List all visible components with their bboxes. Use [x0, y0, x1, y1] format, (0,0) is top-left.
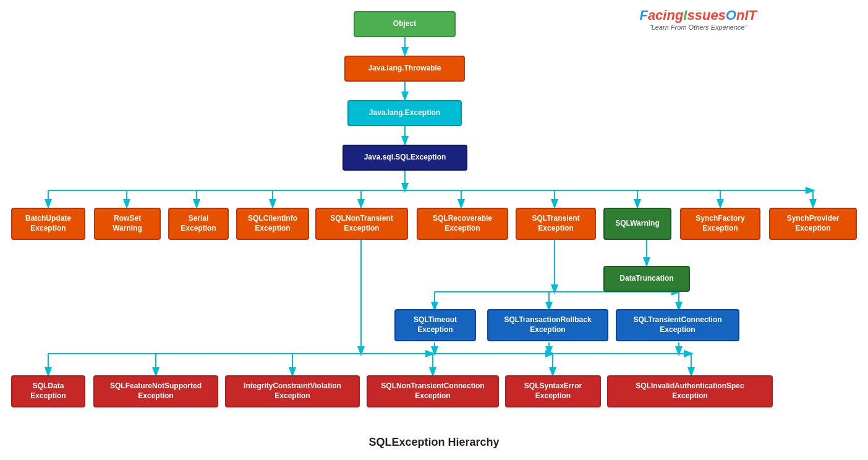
node-integrityconstraint: IntegrityConstraintViolationException [225, 375, 360, 407]
logo: FacingIssuesOnIT "Learn From Others Expe… [639, 7, 757, 31]
node-synchprovider: SynchProviderException [769, 208, 857, 240]
node-sqlnontransientconnection: SQLNonTransientConnectionException [367, 375, 499, 407]
node-sqlexception: Java.sql.SQLException [343, 145, 467, 171]
node-sqltransientconnection: SQLTransientConnectionException [616, 309, 739, 341]
logo-subtitle: "Learn From Others Experience" [639, 23, 757, 31]
node-sqlfeaturenotsupported: SQLFeatureNotSupportedException [93, 375, 218, 407]
node-sqlwarning: SQLWarning [603, 208, 671, 240]
node-sqlnontransient: SQLNonTransientException [315, 208, 408, 240]
node-batchupdate: BatchUpdateException [11, 208, 85, 240]
node-serial: SerialException [168, 208, 229, 240]
node-object: Object [354, 11, 456, 37]
node-sqldata: SQLDataException [11, 375, 85, 407]
node-sqlinvalidauth: SQLInvalidAuthenticationSpecException [607, 375, 773, 407]
page-title: SQLException Hierarchy [368, 436, 499, 449]
node-sqltransactionrollback: SQLTransactionRollbackException [487, 309, 608, 341]
node-sqlclientinfo: SQLClientInfoException [236, 208, 309, 240]
node-sqlrecoverable: SQLRecoverableException [417, 208, 508, 240]
node-sqltimeout: SQLTimeoutException [394, 309, 476, 341]
node-exception: Java.lang.Exception [347, 100, 462, 126]
node-throwable: Java.lang.Throwable [344, 56, 465, 82]
node-sqltransient: SQLTransientException [516, 208, 596, 240]
node-rowset: RowSetWarning [94, 208, 161, 240]
node-synchfactory: SynchFactoryException [680, 208, 760, 240]
node-datatruncation: DataTruncation [603, 266, 690, 292]
node-sqlsyntaxerror: SQLSyntaxErrorException [505, 375, 601, 407]
diagram-container: FacingIssuesOnIT "Learn From Others Expe… [0, 0, 868, 460]
